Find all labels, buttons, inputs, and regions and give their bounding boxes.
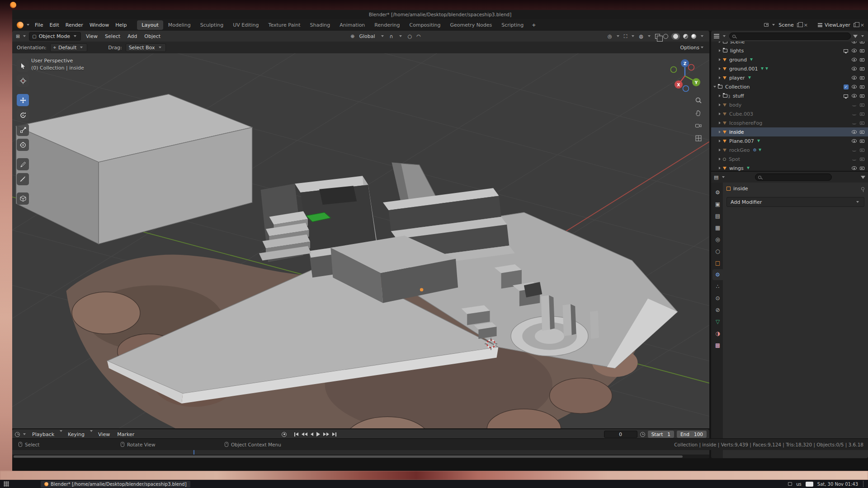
outliner-row-rockgeo[interactable]: rockGeo⚙ [711,145,868,155]
disclosure-triangle-icon[interactable] [719,131,721,133]
titlebar[interactable]: Blender* [/home/amalie/Desktop/blender/s… [12,10,868,19]
options-dropdown[interactable]: Options [680,45,705,51]
workspace-tab-geometry-nodes[interactable]: Geometry Nodes [445,20,496,30]
outliner-search-input[interactable] [729,33,851,40]
tool-scale-button[interactable] [17,124,29,136]
timeline-editor-icon[interactable] [15,432,20,437]
mode-dropdown[interactable]: ▢ Object Mode [29,32,81,41]
properties-tab-tool[interactable]: ⚙ [712,187,723,198]
taskbar-window-button[interactable]: Blender* [/home/amalie/Desktop/blender/s… [41,481,190,488]
outliner-row-collection[interactable]: Collection✓ [711,82,868,91]
camera-render-icon[interactable] [860,167,864,170]
add-workspace-button[interactable]: + [528,20,539,30]
tool-rotate-button[interactable] [17,109,29,121]
disclosure-triangle-icon[interactable] [719,58,721,61]
camera-render-icon[interactable] [860,94,864,98]
properties-tab-object-data[interactable]: ▽ [712,316,723,327]
eye-closed-icon[interactable] [852,149,856,151]
properties-tab-world[interactable]: ○ [712,246,723,257]
drag-dropdown[interactable]: Select Box [126,43,166,52]
clock[interactable]: Sat, 30 Nov 01:43 [817,482,858,487]
orientation-dropdown[interactable]: Global [359,33,375,39]
outliner-row-player[interactable]: player [711,73,868,82]
new-scene-icon[interactable] [797,23,801,27]
eye-icon[interactable] [852,166,857,170]
disclosure-triangle-icon[interactable] [719,167,721,169]
scene-selector[interactable]: Scene [778,22,794,28]
keyboard-layout-indicator[interactable]: us [796,482,802,487]
timeline-menu-playback[interactable]: Playback [29,430,57,439]
eye-closed-icon[interactable] [852,113,856,115]
blender-logo-icon[interactable] [17,22,24,28]
eye-icon[interactable] [852,58,857,61]
orthographic-grid-icon[interactable] [695,135,702,142]
zoom-icon[interactable] [695,97,702,104]
floating-box[interactable] [16,94,252,244]
camera-render-icon[interactable] [860,113,864,116]
jump-to-end-icon[interactable] [332,432,336,436]
properties-tab-scene[interactable]: ◎ [712,234,723,245]
outliner-editor-icon[interactable] [714,34,719,38]
disclosure-triangle-icon[interactable] [719,122,721,124]
add-modifier-button[interactable]: Add Modifier [726,197,864,207]
workspace-tab-compositing[interactable]: Compositing [405,20,445,30]
properties-tab-object[interactable]: □ [712,258,723,268]
camera-render-icon[interactable] [860,149,864,152]
disclosure-triangle-icon[interactable] [719,140,721,142]
disclosure-triangle-icon[interactable] [719,94,721,97]
eye-icon[interactable] [852,139,857,143]
camera-render-icon[interactable] [860,85,864,89]
topbar-menu-help[interactable]: Help [112,21,130,29]
new-view-layer-icon[interactable] [854,23,857,27]
tray-app-icon[interactable] [788,482,792,486]
workspace-tab-scripting[interactable]: Scripting [497,20,528,30]
viewport-display-icon[interactable] [844,94,848,98]
topbar-menu-render[interactable]: Render [62,21,86,29]
proportional-editing-icon[interactable]: ○ [408,33,412,39]
properties-editor-icon[interactable]: ▤ [714,174,718,180]
properties-tab-particles[interactable]: ∴ [712,281,723,292]
outliner-row-cube-003[interactable]: Cube.003 [711,109,868,118]
view-layer-selector[interactable]: ViewLayer [825,22,850,28]
eye-closed-icon[interactable] [852,104,856,106]
disclosure-triangle-icon[interactable] [713,86,716,88]
timeline-scrollbar[interactable] [12,455,709,458]
shading-solid-active[interactable] [671,33,680,40]
shading-material-icon[interactable] [683,34,688,39]
outliner-row-icospherefog[interactable]: IcosphereFog [711,118,868,127]
properties-tab-render[interactable]: ▣ [712,199,723,210]
disclosure-triangle-icon[interactable] [719,158,721,160]
outliner-row-scene[interactable]: scene [711,42,868,46]
viewport-display-icon[interactable] [844,49,848,52]
auto-keying-icon[interactable] [282,432,287,437]
outliner-row-ground-001[interactable]: ground.001 [711,64,868,73]
orientation-dropdown[interactable]: ⌖ Default [50,43,87,52]
camera-render-icon[interactable] [860,158,864,161]
workspace-tab-texture-paint[interactable]: Texture Paint [264,20,305,30]
camera-render-icon[interactable] [860,58,864,61]
properties-search-input[interactable] [755,174,832,181]
shading-wireframe-icon[interactable] [663,34,668,39]
filter-icon[interactable] [861,176,865,179]
blender-desktop-icon[interactable] [10,2,16,8]
outliner-row-lights[interactable]: lights [711,46,868,55]
tool-transform-button[interactable] [17,139,29,151]
timeline-menu-keying[interactable]: Keying [65,430,88,439]
3d-viewport-canvas[interactable]: User Perspective (0) Collection | inside… [12,53,709,428]
outliner-row-spot[interactable]: Spot [711,155,868,164]
app-launcher-icon[interactable] [4,481,9,487]
remove-view-layer-button[interactable]: × [859,22,865,28]
outliner-row-ground[interactable]: ground [711,55,868,64]
outliner-row-inside[interactable]: inside [711,127,868,136]
jump-to-start-icon[interactable] [294,432,298,436]
eye-icon[interactable] [852,85,857,89]
properties-tab-output[interactable]: ▤ [712,211,723,221]
camera-render-icon[interactable] [860,76,864,80]
workspace-tab-sculpting[interactable]: Sculpting [196,20,228,30]
topbar-menu-file[interactable]: File [32,21,46,29]
properties-tab-view-layer[interactable]: ▦ [712,222,723,233]
viewport-menu-view[interactable]: View [83,32,101,41]
unlink-scene-button[interactable]: × [803,22,809,28]
viewport-menu-object[interactable]: Object [141,32,164,41]
tool-select-box-button[interactable] [17,60,29,72]
